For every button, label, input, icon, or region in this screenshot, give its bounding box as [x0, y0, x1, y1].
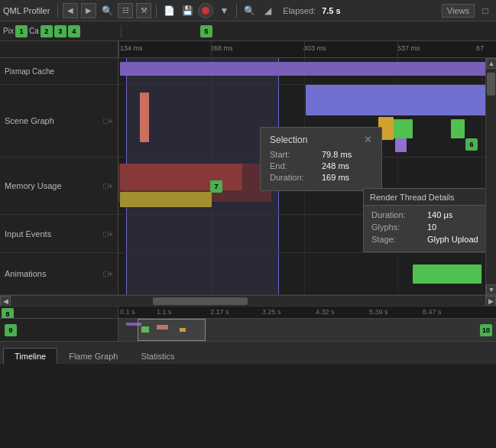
selection-start-row: Start: 79.8 ms — [270, 150, 372, 159]
forward-button[interactable]: ▶ — [81, 3, 96, 18]
vertical-scrollbar: ▲ ▼ — [485, 58, 496, 295]
main-area: Pixmap Cache Scene Graph □+ Memory Usage… — [0, 58, 496, 295]
grid-button[interactable]: ☷ — [118, 3, 133, 18]
tracks-panel: Pixmap Cache Scene Graph □+ Memory Usage… — [0, 58, 118, 295]
anim-label-text: Animations — [5, 269, 46, 278]
time-axis-right: 0.1 s 1.1 s 2.17 s 3.25 s 4.32 s 5.39 s … — [118, 307, 496, 318]
badge-9[interactable]: 9 — [5, 324, 17, 336]
settings-button[interactable]: ⚒ — [136, 3, 151, 18]
anim-expand-icon[interactable]: □+ — [103, 269, 113, 278]
vscroll-thumb[interactable] — [487, 73, 495, 96]
duration-label: Duration: — [270, 173, 316, 182]
selection-close-button[interactable]: ✕ — [364, 134, 372, 145]
sep2 — [156, 4, 157, 18]
badge-4[interactable]: 4 — [68, 25, 80, 37]
mini-right[interactable]: 10 — [118, 319, 496, 341]
memory-bar-olive[interactable] — [120, 192, 212, 207]
load-button[interactable]: 📄 — [161, 3, 177, 18]
arrow-button[interactable]: ▼ — [216, 3, 232, 18]
time-4: 4.32 s — [316, 308, 335, 316]
scene-expand-icon[interactable]: □+ — [103, 116, 113, 125]
render-stage-value: Glyph Upload — [427, 235, 478, 244]
badge-10[interactable]: 10 — [480, 324, 492, 336]
tick-67: 67 — [476, 44, 484, 52]
vscroll-track[interactable] — [486, 69, 496, 284]
track-label-pixmap: Pixmap Cache — [0, 58, 118, 85]
badge-1[interactable]: 1 — [15, 25, 28, 37]
render-popup: Render Thread Details ✎ 📌 ✕ Duration: 14… — [363, 188, 485, 252]
app-title: QML Profiler — [3, 6, 50, 15]
scroll-up-button[interactable]: ▲ — [486, 58, 496, 69]
time-6: 6.47 s — [423, 308, 442, 316]
end-label: End: — [270, 161, 316, 170]
horizontal-scrollbar: ◀ ▶ — [0, 295, 496, 306]
scene-bar-purple[interactable] — [395, 138, 407, 152]
track-label-scene: Scene Graph □+ — [0, 85, 118, 157]
maximize-button[interactable]: □ — [478, 3, 493, 18]
hscroll-track[interactable] — [11, 296, 485, 307]
hscroll-thumb[interactable] — [153, 297, 248, 305]
tick-403: 403 ms — [303, 44, 326, 52]
track-label-animations: Animations □+ — [0, 253, 118, 295]
tick-268: 268 ms — [210, 44, 233, 52]
track-animations[interactable] — [118, 253, 485, 295]
track-pixmap[interactable] — [118, 58, 485, 85]
scene-bar-pink[interactable] — [140, 93, 149, 142]
ruler-ticks: 134 ms 268 ms 403 ms 537 ms 67 — [118, 41, 496, 57]
scroll-left-button[interactable]: ◀ — [0, 296, 11, 307]
scene-bar-green2[interactable] — [451, 119, 465, 138]
selection-popup: Selection ✕ Start: 79.8 ms End: 248 ms D… — [260, 127, 382, 191]
selection-end-row: End: 248 ms — [270, 161, 372, 170]
selection-popup-header: Selection ✕ — [270, 134, 372, 145]
save-button[interactable]: 💾 — [180, 3, 195, 18]
scroll-down-button[interactable]: ▼ — [486, 284, 496, 295]
elapsed-label: Elapsed: — [283, 6, 316, 15]
render-stage-label: Stage: — [371, 235, 421, 244]
time-2: 2.17 s — [210, 308, 229, 316]
tab-flame-graph[interactable]: Flame Graph — [57, 348, 129, 364]
badge-2[interactable]: 2 — [41, 25, 53, 37]
tab-statistics[interactable]: Statistics — [129, 348, 186, 364]
tick-537: 537 ms — [397, 44, 420, 52]
duration-value: 169 ms — [322, 173, 349, 182]
badge-7[interactable]: 7 — [210, 180, 222, 193]
secondary-toolbar: Pix 1 Ca 2 3 4 5 — [0, 21, 496, 41]
badge-6[interactable]: 6 — [465, 138, 478, 151]
record-button[interactable] — [198, 3, 213, 18]
render-duration-value: 140 μs — [427, 210, 452, 219]
tab-timeline[interactable]: Timeline — [3, 348, 57, 364]
zoom-button[interactable]: 🔍 — [242, 3, 257, 18]
back-button[interactable]: ◀ — [63, 3, 78, 18]
mini-range-indicator[interactable] — [138, 319, 206, 341]
time-3: 3.25 s — [262, 308, 281, 316]
memory-label-text: Memory Usage — [5, 181, 62, 190]
bottom-tabs: Timeline Flame Graph Statistics — [0, 341, 496, 364]
time-5: 5.39 s — [369, 308, 388, 316]
pixmap-label-text: Pixmap Cache — [5, 67, 54, 76]
elapsed-value: 7.5 s — [322, 6, 340, 15]
selection-duration-row: Duration: 169 ms — [270, 173, 372, 182]
memory-expand-icon[interactable]: □+ — [103, 181, 113, 190]
ruler-label-area — [0, 41, 118, 57]
filter-button[interactable]: ◢ — [260, 3, 275, 18]
pixmap-bar-wide[interactable] — [120, 62, 485, 76]
input-expand-icon[interactable]: □+ — [103, 229, 113, 239]
views-button[interactable]: Views — [442, 4, 475, 18]
render-glyphs-row: Glyphs: 10 — [371, 222, 485, 232]
mini-timeline: 9 10 — [0, 318, 496, 341]
mini-left: 9 — [0, 319, 118, 341]
badge-5[interactable]: 5 — [200, 25, 212, 37]
anim-bar-green[interactable] — [413, 265, 481, 284]
render-popup-title-text: Render Thread Details — [370, 193, 454, 202]
time-axis-left: 8 — [0, 307, 118, 318]
badge-3[interactable]: 3 — [54, 25, 66, 37]
scene-label-text: Scene Graph — [5, 116, 54, 125]
record-dot — [202, 7, 209, 15]
search-button[interactable]: 🔍 — [99, 3, 115, 18]
render-glyphs-value: 10 — [427, 222, 436, 232]
timeline-content[interactable]: 6 7 Selection ✕ Start: — [118, 58, 485, 295]
track-label-input: Input Events □+ — [0, 215, 118, 253]
scroll-right-button[interactable]: ▶ — [485, 296, 496, 307]
pix-label: Pix — [3, 27, 14, 35]
scene-bar-blue-wide[interactable] — [306, 85, 485, 115]
